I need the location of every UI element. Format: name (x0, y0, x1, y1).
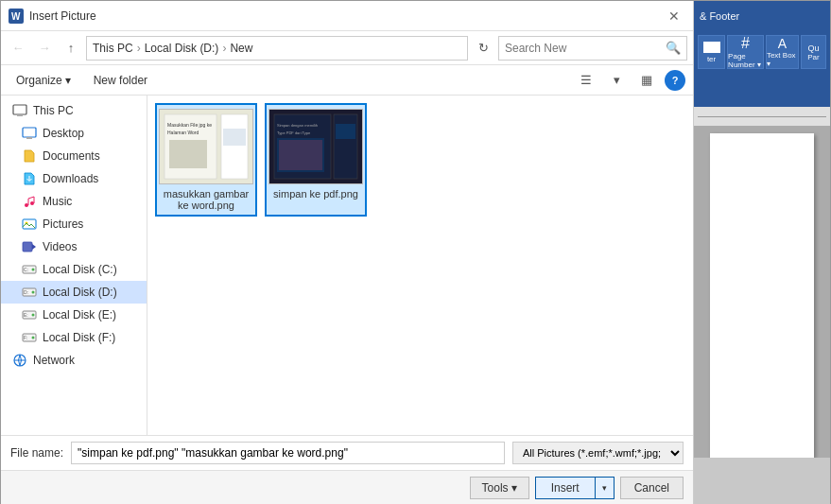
breadcrumb-local-disk: Local Disk (D:) (145, 42, 219, 55)
forward-icon: → (39, 41, 51, 55)
forward-button[interactable]: → (33, 37, 56, 60)
back-icon: ← (12, 41, 25, 55)
svg-point-7 (30, 201, 34, 205)
sidebar: This PC Desktop Documents (1, 96, 147, 435)
sidebar-label-pictures: Pictures (43, 217, 83, 231)
view-dropdown-button[interactable]: ▾ (604, 68, 629, 93)
sidebar-item-videos[interactable]: Videos (1, 235, 147, 258)
word-icon: W (9, 9, 24, 24)
organize-label: Organize (16, 74, 62, 87)
tools-arrow-icon: ▾ (511, 481, 517, 495)
help-button[interactable]: ? (665, 70, 685, 91)
svg-text:Halaman Word: Halaman Word (167, 130, 199, 135)
cancel-button[interactable]: Cancel (620, 477, 684, 499)
svg-point-22 (32, 337, 35, 339)
svg-rect-37 (279, 140, 322, 170)
img-masukkan: Masukkan File jpg ke Halaman Word (160, 110, 252, 183)
address-bar: ← → ↑ This PC › Local Disk (D:) › New ↻ … (1, 31, 693, 65)
word-ribbon-text: & Footer (700, 10, 739, 22)
sidebar-label-documents: Documents (43, 149, 100, 163)
sidebar-item-local-e[interactable]: E: Local Disk (E:) (1, 304, 147, 326)
svg-rect-10 (23, 242, 32, 252)
sidebar-item-local-d[interactable]: D: Local Disk (D:) (1, 281, 147, 304)
svg-rect-29 (169, 140, 207, 168)
view-dropdown-icon: ▾ (614, 73, 620, 87)
svg-text:F:: F: (24, 335, 27, 340)
breadcrumb-sep-1: › (137, 42, 141, 55)
videos-icon (22, 239, 37, 254)
title-bar: W Insert Picture ✕ (1, 1, 693, 31)
svg-rect-39 (336, 124, 355, 139)
sidebar-item-desktop[interactable]: Desktop (1, 122, 147, 145)
sidebar-item-this-pc[interactable]: This PC (1, 99, 147, 122)
main-area: This PC Desktop Documents (1, 96, 693, 435)
svg-rect-3 (17, 114, 23, 116)
sidebar-item-music[interactable]: Music (1, 190, 147, 213)
svg-point-19 (32, 314, 35, 317)
up-icon: ↑ (68, 41, 75, 55)
drive-e-icon: E: (22, 307, 37, 322)
breadcrumb-this-pc: This PC (93, 42, 133, 55)
sidebar-item-local-f[interactable]: F: Local Disk (F:) (1, 326, 147, 349)
search-icon: 🔍 (666, 41, 681, 55)
file-area: Masukkan File jpg ke Halaman Word masukk… (147, 96, 693, 435)
sidebar-item-downloads[interactable]: Downloads (1, 167, 147, 190)
svg-rect-2 (13, 105, 26, 114)
insert-dropdown-button[interactable]: ▾ (596, 477, 615, 499)
svg-point-16 (32, 291, 35, 294)
action-row: Tools ▾ Insert ▾ Cancel (1, 470, 693, 504)
file-item-simpan[interactable]: Simpan dengan memilih Type PDF dari Type… (265, 103, 367, 217)
sidebar-label-this-pc: This PC (33, 104, 74, 117)
search-box: 🔍 (498, 36, 687, 61)
sidebar-item-pictures[interactable]: Pictures (1, 213, 147, 235)
svg-text:Masukkan File jpg ke: Masukkan File jpg ke (167, 122, 212, 128)
file-thumbnail-simpan: Simpan dengan memilih Type PDF dari Type (268, 109, 363, 184)
window-title: Insert Picture (29, 9, 663, 23)
view-button[interactable]: ☰ (574, 68, 598, 93)
desktop-icon (22, 126, 37, 141)
sidebar-label-videos: Videos (43, 240, 77, 253)
this-pc-icon (12, 103, 27, 118)
breadcrumb-sep-2: › (222, 42, 226, 55)
documents-icon (22, 148, 37, 164)
pane-button[interactable]: ▦ (634, 68, 659, 93)
up-button[interactable]: ↑ (60, 37, 82, 60)
filetype-select[interactable]: All Pictures (*.emf;*.wmf;*.jpg; (512, 442, 684, 464)
svg-rect-31 (223, 129, 246, 146)
drive-d-icon: D: (22, 285, 37, 300)
insert-button[interactable]: Insert (535, 477, 596, 499)
svg-text:Type PDF dari Type: Type PDF dari Type (277, 130, 311, 135)
sidebar-item-network[interactable]: Network (1, 349, 147, 372)
sidebar-item-local-c[interactable]: C: Local Disk (C:) (1, 258, 147, 281)
drive-f-icon: F: (22, 330, 37, 345)
close-button[interactable]: ✕ (663, 5, 685, 27)
svg-text:D:: D: (24, 289, 28, 295)
organize-arrow-icon: ▾ (65, 74, 71, 87)
svg-text:Simpan dengan memilih: Simpan dengan memilih (277, 123, 318, 128)
pictures-icon (22, 217, 37, 232)
svg-point-6 (25, 203, 28, 207)
toolbar: Organize ▾ New folder ☰ ▾ ▦ ? (1, 65, 693, 96)
file-thumbnail-masukkan: Masukkan File jpg ke Halaman Word (159, 109, 253, 184)
music-icon (22, 194, 37, 209)
breadcrumb[interactable]: This PC › Local Disk (D:) › New (86, 36, 468, 61)
sidebar-label-local-e: Local Disk (E:) (43, 308, 116, 322)
svg-text:C:: C: (24, 267, 28, 272)
refresh-button[interactable]: ↻ (472, 37, 494, 60)
svg-marker-11 (32, 244, 36, 250)
tools-button[interactable]: Tools ▾ (470, 477, 529, 499)
sidebar-item-documents[interactable]: Documents (1, 145, 147, 167)
word-panel: & Footer ter # Page Number ▾ A Text Box … (694, 1, 830, 504)
bottom-bar: File name: All Pictures (*.emf;*.wmf;*.j… (1, 435, 693, 504)
back-button[interactable]: ← (7, 37, 29, 60)
filename-input[interactable] (71, 442, 505, 464)
search-input[interactable] (505, 42, 666, 55)
sidebar-label-desktop: Desktop (43, 127, 84, 140)
file-item-masukkan[interactable]: Masukkan File jpg ke Halaman Word masukk… (155, 103, 257, 217)
dialog: W Insert Picture ✕ ← → ↑ This PC › Local… (1, 1, 694, 504)
sidebar-label-local-c: Local Disk (C:) (43, 263, 117, 276)
organize-button[interactable]: Organize ▾ (9, 71, 78, 90)
filename-label: File name: (10, 446, 63, 460)
insert-dropdown-icon: ▾ (602, 483, 607, 493)
new-folder-button[interactable]: New folder (84, 71, 157, 90)
